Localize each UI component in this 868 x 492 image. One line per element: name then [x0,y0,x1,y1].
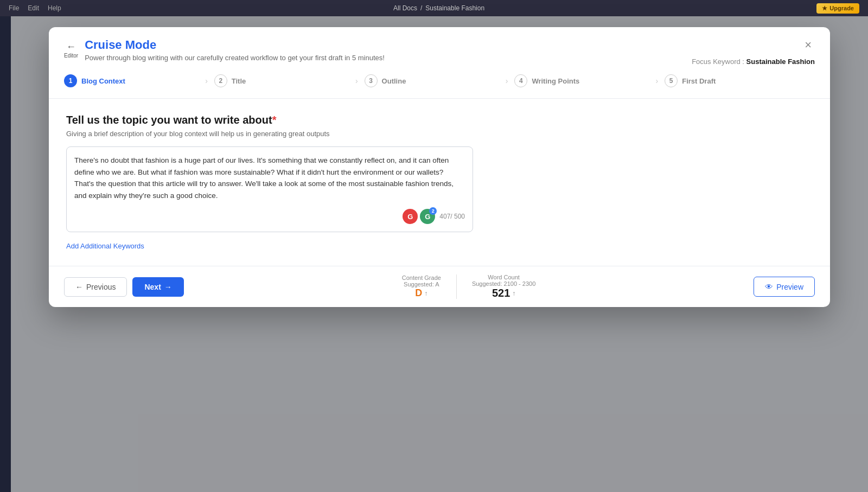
modal-header-top: ← Editor Cruise Mode Power through blog … [64,38,815,66]
content-grade-suggested: Suggested: A [404,281,439,287]
menu-file[interactable]: File [9,4,19,12]
previous-button[interactable]: ← Previous [64,277,127,297]
grammarly-icon[interactable]: G [403,209,418,224]
section-title: Tell us the topic you want to write abou… [66,114,813,126]
word-count-metric: Word Count Suggested: 2100 - 2300 521 ↑ [457,274,551,299]
upgrade-button[interactable]: ★ Upgrade [816,3,859,14]
topic-textarea[interactable] [74,155,465,203]
menu-edit[interactable]: Edit [28,4,39,12]
focus-keyword-value: Sustainable Fashion [746,57,815,66]
word-count-label: Word Count [488,274,520,280]
footer-metrics: Content Grade Suggested: A D ↑ Word Coun… [387,274,551,299]
step-2-circle: 2 [214,74,227,87]
modal-title: Cruise Mode [85,38,385,52]
breadcrumb-separator: / [420,4,422,12]
step-3-chevron: › [506,76,515,85]
step-4[interactable]: 4 Writing Points › [514,74,665,87]
step-2[interactable]: 2 Title › [214,74,365,87]
step-3-circle: 3 [365,74,378,87]
section-desc: Giving a brief description of your blog … [66,130,813,138]
preview-button[interactable]: 👁 Preview [754,277,815,297]
modal-body: Tell us the topic you want to write abou… [49,99,830,266]
main-area: ← Editor Cruise Mode Power through blog … [11,16,868,492]
crown-icon: ★ [822,5,827,12]
modal-title-area: ← Editor Cruise Mode Power through blog … [64,38,385,62]
content-grade-label: Content Grade [402,274,441,281]
add-keywords-link[interactable]: Add Additional Keywords [66,242,144,250]
textarea-footer: G G 2 407/ 500 [74,209,465,224]
grammar-badge-count: 2 [429,207,437,215]
grade-up-arrow-icon: ↑ [424,290,427,297]
word-count-value: 521 ↑ [492,287,515,299]
step-3[interactable]: 3 Outline › [365,74,515,87]
wordcount-up-arrow-icon: ↑ [512,290,515,297]
modal-overlay: ← Editor Cruise Mode Power through blog … [11,16,868,492]
step-2-chevron: › [355,76,365,85]
cruise-mode-modal: ← Editor Cruise Mode Power through blog … [49,27,830,307]
footer-nav-buttons: ← Previous Next → [64,277,184,297]
char-count: 407/ 500 [439,213,465,220]
content-grade-value: D ↑ [415,287,427,299]
top-bar: File Edit Help All Docs / Sustainable Fa… [0,0,868,16]
step-2-label: Title [232,77,246,85]
step-3-label: Outline [382,77,406,85]
eye-icon: 👁 [765,282,773,291]
step-1-circle: 1 [64,74,77,87]
content-grade-metric: Content Grade Suggested: A D ↑ [387,274,457,299]
next-button[interactable]: Next → [132,277,183,297]
app-body: ← Editor Cruise Mode Power through blog … [0,16,868,492]
step-5-label: First Draft [682,77,716,85]
stepper: 1 Blog Context › 2 Title › 3 Outline [64,74,815,90]
step-4-circle: 4 [514,74,527,87]
step-4-label: Writing Points [532,77,579,85]
sidebar [0,16,11,492]
icon-badges: G G 2 [403,209,435,224]
top-bar-right: ★ Upgrade [816,3,859,14]
modal-header: ← Editor Cruise Mode Power through blog … [49,27,830,99]
step-5[interactable]: 5 First Draft [665,74,815,87]
step-1-chevron: › [205,76,214,85]
menu-help[interactable]: Help [48,4,61,12]
back-label: Editor [64,53,78,59]
breadcrumb: All Docs / Sustainable Fashion [393,4,484,12]
footer-right: 👁 Preview [754,277,815,297]
modal-footer: ← Previous Next → Content Grade Suggeste… [49,266,830,307]
back-to-editor-button[interactable]: ← Editor [64,42,78,59]
focus-keyword: Focus Keyword : Sustainable Fashion [692,57,815,66]
step-5-circle: 5 [665,74,678,87]
grammar-g2-icon[interactable]: G 2 [420,209,435,224]
back-arrow-icon: ← [66,42,76,52]
step-1[interactable]: 1 Blog Context › [64,74,214,87]
breadcrumb-all-docs[interactable]: All Docs [393,4,417,12]
breadcrumb-current: Sustainable Fashion [425,4,484,12]
close-button[interactable]: × [801,38,815,52]
modal-subtitle: Power through blog writing with our care… [85,54,385,62]
step-4-chevron: › [656,76,665,85]
title-block: Cruise Mode Power through blog writing w… [85,38,385,62]
topic-textarea-wrapper: G G 2 407/ 500 [66,146,473,232]
step-1-label: Blog Context [81,77,125,85]
required-star: * [272,114,277,126]
header-right: × Focus Keyword : Sustainable Fashion [692,38,815,66]
next-arrow-icon: → [164,283,172,291]
word-count-suggested: Suggested: 2100 - 2300 [472,280,535,287]
prev-arrow-icon: ← [75,283,83,291]
top-bar-menu: File Edit Help [9,4,61,12]
